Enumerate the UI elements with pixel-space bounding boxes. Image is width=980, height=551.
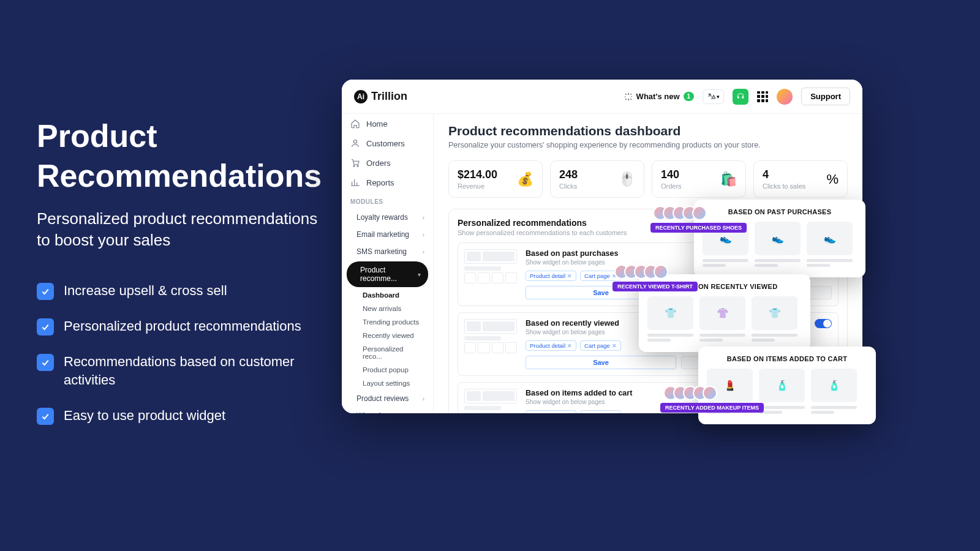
page-title: Product recommendations dashboard xyxy=(448,124,848,138)
check-icon xyxy=(37,408,54,425)
chevron-right-icon: › xyxy=(423,395,424,402)
nav-customers[interactable]: Customers xyxy=(342,133,433,153)
toggle-switch[interactable] xyxy=(815,319,832,328)
product-card[interactable]: 🧴 xyxy=(811,369,857,416)
stat-label: Orders xyxy=(661,182,682,190)
user-avatar[interactable] xyxy=(777,89,793,105)
module-gift[interactable]: Loyalty rewards › xyxy=(342,209,433,226)
cart-icon xyxy=(350,158,360,168)
module-label: WhatsApp xyxy=(356,411,390,413)
whats-new-link[interactable]: What's new 1 xyxy=(624,92,695,101)
chevron-right-icon: › xyxy=(423,231,424,238)
module-star[interactable]: Product reviews › xyxy=(342,390,433,407)
customer-faces xyxy=(614,264,668,279)
rec-title: Based on recently viewed xyxy=(526,319,619,328)
submenu-item[interactable]: Recently viewed xyxy=(342,329,433,342)
product-card[interactable]: 👚 xyxy=(699,296,745,343)
product-card[interactable]: 👟 xyxy=(755,222,801,269)
nav-label: Reports xyxy=(366,178,394,187)
headset-button[interactable] xyxy=(733,89,748,105)
nav-label: Orders xyxy=(366,159,391,168)
stat-icon: 🛍️ xyxy=(720,171,737,187)
apps-grid-button[interactable] xyxy=(757,91,768,102)
check-icon xyxy=(37,354,54,371)
product-card[interactable]: 🧴 xyxy=(759,369,805,416)
submenu-item[interactable]: Dashboard xyxy=(342,288,433,302)
module-label: SMS marketing xyxy=(356,247,407,256)
stat-icon: % xyxy=(826,171,839,187)
stat-card: 140 Orders 🛍️ xyxy=(652,160,746,198)
hero-title: Product Recommendations xyxy=(37,116,318,196)
feature-item: Recommendations based on customer activi… xyxy=(37,353,318,389)
remove-tag-icon[interactable]: ✕ xyxy=(567,343,572,349)
customer-faces xyxy=(653,206,707,220)
translate-icon xyxy=(707,92,715,101)
stat-label: Clicks to sales xyxy=(763,182,805,190)
sidebar: Home Customers Orders Reports MODULES Lo… xyxy=(342,80,434,413)
module-chat[interactable]: SMS marketing › xyxy=(342,243,433,260)
rec-subtitle: Show widget on below pages xyxy=(526,399,632,405)
submenu-item[interactable]: Personalized reco... xyxy=(342,342,433,363)
page-tag[interactable]: Cart page ✕ xyxy=(580,340,621,351)
stat-label: Clicks xyxy=(559,182,578,190)
stat-card: $214.00 Revenue 💰 xyxy=(448,160,543,198)
remove-tag-icon[interactable]: ✕ xyxy=(612,343,617,349)
svg-point-2 xyxy=(357,165,358,167)
stat-value: 140 xyxy=(661,168,682,181)
check-icon xyxy=(37,283,54,300)
feature-text: Personalized product recommendations xyxy=(64,317,301,335)
float-past-title: BASED ON PAST PURCHASES xyxy=(703,208,857,216)
module-label: Loyalty rewards xyxy=(356,213,408,222)
module-label: Product recomme... xyxy=(360,266,412,283)
stat-card: 4 Clicks to sales % xyxy=(753,160,848,198)
feature-text: Increase upsell & cross sell xyxy=(64,282,227,300)
submenu-item[interactable]: Product popup xyxy=(342,363,433,377)
module-label: Email marketing xyxy=(356,230,409,239)
float-cart-title: BASED ON ITEMS ADDED TO CART xyxy=(707,355,867,362)
nav-label: Home xyxy=(366,119,388,129)
module-label: Product reviews xyxy=(356,394,409,403)
submenu-item[interactable]: New arrivals xyxy=(342,302,433,315)
user-icon xyxy=(350,138,360,148)
brand-name: Trillion xyxy=(371,90,407,103)
submenu-item[interactable]: Layout settings xyxy=(342,377,433,390)
customer-faces xyxy=(663,386,717,400)
badge-viewed-tshirt: RECENTLY VIEWED T-SHIRT xyxy=(612,282,698,291)
chevron-right-icon: › xyxy=(423,249,424,255)
save-button[interactable]: Save xyxy=(526,356,676,369)
product-card[interactable]: 👕 xyxy=(752,296,797,343)
page-tag[interactable]: Cart page ✕ xyxy=(580,410,621,413)
remove-tag-icon[interactable]: ✕ xyxy=(567,273,572,279)
language-toggle[interactable]: ▾ xyxy=(703,89,724,104)
support-button[interactable]: Support xyxy=(801,88,850,105)
nav-orders[interactable]: Orders xyxy=(342,153,433,173)
nav-home[interactable]: Home xyxy=(342,114,433,133)
page-tag[interactable]: Product detail ✕ xyxy=(526,271,576,281)
brand-badge: Ai xyxy=(354,90,368,103)
page-tag[interactable]: Product detail ✕ xyxy=(526,410,576,413)
stat-label: Revenue xyxy=(458,182,497,190)
module-whatsapp[interactable]: WhatsApp › xyxy=(342,407,433,413)
badge-purchased-shoes: RECENTLY PURCHASED SHOES xyxy=(650,223,747,233)
stat-card: 248 Clicks 🖱️ xyxy=(550,160,644,198)
module-spark[interactable]: Product recomme... ▾ xyxy=(347,261,428,287)
page-tag[interactable]: Product detail ✕ xyxy=(526,340,576,351)
whats-new-count-badge: 1 xyxy=(684,92,695,101)
nav-reports[interactable]: Reports xyxy=(342,173,433,192)
float-past-purchases: BASED ON PAST PURCHASES 👟 👟 👟 xyxy=(694,200,865,277)
submenu-item[interactable]: Trending products xyxy=(342,315,433,329)
product-card[interactable]: 👕 xyxy=(647,296,693,343)
brand-logo[interactable]: Ai Trillion xyxy=(354,90,407,103)
remove-tag-icon[interactable]: ✕ xyxy=(567,413,572,414)
rec-subtitle: Show widget on below pages xyxy=(526,329,619,335)
chevron-right-icon: › xyxy=(423,413,424,414)
product-card[interactable]: 👟 xyxy=(807,222,853,269)
module-mail[interactable]: Email marketing › xyxy=(342,226,433,243)
sparkle-icon xyxy=(624,92,633,101)
feature-text: Recommendations based on customer activi… xyxy=(64,353,318,389)
rec-preview xyxy=(464,389,517,413)
remove-tag-icon[interactable]: ✕ xyxy=(612,413,617,414)
whats-new-label: What's new xyxy=(636,92,680,101)
stat-value: 4 xyxy=(763,168,805,181)
stats-row: $214.00 Revenue 💰 248 Clicks 🖱️ 140 Orde… xyxy=(448,160,848,198)
